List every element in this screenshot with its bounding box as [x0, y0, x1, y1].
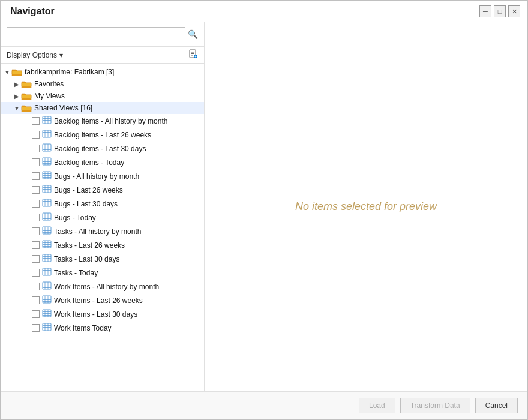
search-input[interactable]: [7, 27, 185, 41]
checkbox-wi-today[interactable]: [32, 324, 40, 332]
sidebar-item-sharedviews[interactable]: ▼ Shared Views [16]: [1, 102, 204, 114]
label-tasks-today: Tasks - Today: [54, 269, 98, 277]
sidebar-item-bi-last30[interactable]: Backlog items - Last 30 days: [1, 142, 204, 155]
sidebar-item-favorites[interactable]: ▶ Favorites: [1, 78, 204, 90]
grid-icon-bi-today: [42, 157, 54, 167]
label-bi-allhistory: Backlog items - All history by month: [54, 117, 167, 125]
checkbox-tasks-today[interactable]: [32, 269, 40, 277]
window-title: Navigator: [10, 6, 55, 17]
label-wi-today: Work Items Today: [54, 324, 112, 332]
sharedviews-label: Shared Views [16]: [34, 104, 92, 112]
grid-icon-wi-last26: [42, 295, 54, 305]
grid-icon-wi-last30: [42, 309, 54, 319]
checkbox-bugs-today[interactable]: [32, 214, 40, 221]
checkbox-tasks-last30[interactable]: [32, 255, 40, 263]
svg-rect-13: [43, 130, 51, 137]
display-options-bar: Display Options ▾: [1, 47, 204, 64]
svg-rect-25: [43, 158, 51, 165]
svg-rect-55: [43, 227, 51, 234]
svg-rect-79: [43, 282, 51, 289]
myviews-expand-arrow[interactable]: ▶: [13, 92, 21, 100]
sidebar-item-bugs-today[interactable]: Bugs - Today: [1, 211, 204, 224]
display-options-arrow: ▾: [59, 51, 63, 59]
grid-icon-bi-allhistory: [42, 116, 54, 126]
checkbox-bi-last26[interactable]: [32, 131, 40, 139]
sidebar-item-wi-allhistory[interactable]: Work Items - All history by month: [1, 280, 204, 293]
content-area: 🔍 Display Options ▾: [1, 22, 527, 391]
root-collapse-arrow[interactable]: ▼: [3, 68, 11, 76]
checkbox-tasks-last26[interactable]: [32, 241, 40, 249]
svg-rect-67: [43, 254, 51, 262]
display-options-button[interactable]: Display Options ▾: [7, 51, 63, 59]
grid-icon-bi-last26: [42, 130, 54, 140]
checkbox-bi-today[interactable]: [32, 158, 40, 166]
checkbox-wi-last30[interactable]: [32, 310, 40, 318]
tree-container: ▼ fabrikamprime: Fabrikam [3] ▶ Favorite…: [1, 64, 204, 391]
search-bar: 🔍: [1, 22, 204, 47]
checkbox-bi-allhistory[interactable]: [32, 117, 40, 125]
close-button[interactable]: ✕: [508, 5, 520, 17]
cancel-button[interactable]: Cancel: [475, 398, 518, 413]
grid-icon-wi-today: [42, 323, 54, 333]
shared-items-container: Backlog items - All history by month Bac…: [1, 114, 204, 335]
sidebar-item-wi-last30[interactable]: Work Items - Last 30 days: [1, 307, 204, 321]
checkbox-bi-last30[interactable]: [32, 145, 40, 152]
no-preview-text: No items selected for preview: [295, 200, 437, 213]
label-bugs-today: Bugs - Today: [54, 214, 96, 222]
maximize-button[interactable]: □: [494, 5, 506, 17]
svg-rect-61: [43, 241, 51, 248]
grid-icon-bugs-last30: [42, 199, 54, 209]
sidebar-item-tasks-today[interactable]: Tasks - Today: [1, 266, 204, 280]
grid-icon-tasks-today: [42, 268, 54, 278]
sharedviews-collapse-arrow[interactable]: ▼: [13, 104, 21, 112]
checkbox-bugs-last30[interactable]: [32, 200, 40, 208]
sidebar-item-wi-today[interactable]: Work Items Today: [1, 321, 204, 335]
new-view-icon[interactable]: [188, 49, 198, 61]
label-bugs-allhistory: Bugs - All history by month: [54, 172, 139, 181]
sidebar-item-tasks-last30[interactable]: Tasks - Last 30 days: [1, 252, 204, 266]
load-button[interactable]: Load: [359, 398, 395, 413]
svg-rect-31: [43, 172, 51, 179]
checkbox-wi-last26[interactable]: [32, 296, 40, 304]
label-tasks-last30: Tasks - Last 30 days: [54, 255, 119, 263]
sidebar-item-tasks-allhistory[interactable]: Tasks - All history by month: [1, 224, 204, 238]
sidebar-item-bugs-allhistory[interactable]: Bugs - All history by month: [1, 169, 204, 183]
grid-icon-tasks-last26: [42, 240, 54, 250]
navigator-window: Navigator ─ □ ✕ 🔍 Display Options ▾: [0, 0, 528, 420]
tree-root[interactable]: ▼ fabrikamprime: Fabrikam [3]: [1, 66, 204, 78]
checkbox-bugs-allhistory[interactable]: [32, 172, 40, 180]
sidebar-item-tasks-last26[interactable]: Tasks - Last 26 weeks: [1, 238, 204, 252]
svg-rect-49: [43, 213, 51, 220]
sidebar-item-myviews[interactable]: ▶ My Views: [1, 90, 204, 102]
footer: Load Transform Data Cancel: [1, 391, 527, 419]
grid-icon-bugs-today: [42, 212, 54, 223]
grid-icon-wi-allhistory: [42, 281, 54, 292]
label-bi-today: Backlog items - Today: [54, 158, 124, 167]
sidebar: 🔍 Display Options ▾: [1, 22, 205, 391]
myviews-label: My Views: [34, 92, 65, 100]
sidebar-item-bugs-last26[interactable]: Bugs - Last 26 weeks: [1, 183, 204, 197]
root-folder-icon: [11, 68, 22, 76]
sharedviews-folder-icon: [21, 104, 32, 112]
sidebar-item-bi-allhistory[interactable]: Backlog items - All history by month: [1, 114, 204, 128]
checkbox-bugs-last26[interactable]: [32, 186, 40, 194]
checkbox-wi-allhistory[interactable]: [32, 283, 40, 290]
display-options-label: Display Options: [7, 51, 57, 59]
favorites-expand-arrow[interactable]: ▶: [13, 80, 21, 88]
sidebar-item-bi-today[interactable]: Backlog items - Today: [1, 155, 204, 169]
window-controls: ─ □ ✕: [479, 5, 520, 17]
title-bar: Navigator ─ □ ✕: [1, 1, 527, 22]
label-bi-last30: Backlog items - Last 30 days: [54, 145, 146, 153]
favorites-folder-icon: [21, 80, 32, 88]
root-label: fabrikamprime: Fabrikam [3]: [25, 68, 114, 76]
transform-data-button[interactable]: Transform Data: [400, 398, 470, 413]
grid-icon-tasks-allhistory: [42, 226, 54, 236]
checkbox-tasks-allhistory[interactable]: [32, 227, 40, 235]
svg-rect-7: [43, 116, 51, 124]
sidebar-item-bugs-last30[interactable]: Bugs - Last 30 days: [1, 197, 204, 211]
svg-rect-73: [43, 268, 51, 275]
minimize-button[interactable]: ─: [479, 5, 491, 17]
sidebar-item-bi-last26[interactable]: Backlog items - Last 26 weeks: [1, 128, 204, 142]
grid-icon-bi-last30: [42, 143, 54, 154]
sidebar-item-wi-last26[interactable]: Work Items - Last 26 weeks: [1, 293, 204, 307]
